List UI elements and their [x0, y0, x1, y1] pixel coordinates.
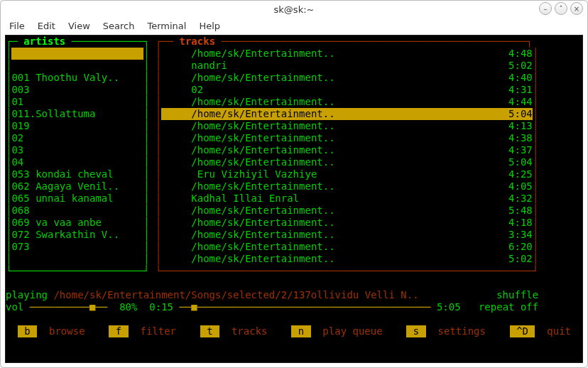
track-row[interactable]: 02 4:31 — [161, 84, 533, 96]
track-row-selected[interactable]: /home/sk/Entertainment.. 5:04 — [161, 108, 533, 120]
artists-panel-title: artists — [23, 36, 65, 48]
hotkey-quit[interactable]: ^D — [510, 325, 535, 337]
hotkey-label-browse: browse — [37, 325, 85, 337]
minimize-button[interactable]: – — [539, 2, 552, 15]
track-row[interactable]: nandri 5:02 — [161, 60, 533, 72]
track-row[interactable]: /home/sk/Entertainment.. 4:38 — [161, 132, 533, 144]
hotkey-tracks[interactable]: t — [200, 325, 219, 337]
track-row[interactable]: /home/sk/Entertainment.. 4:37 — [161, 144, 533, 156]
repeat-label: repeat off — [461, 301, 539, 313]
menubar: File Edit View Search Terminal Help — [1, 18, 587, 33]
menu-help[interactable]: Help — [199, 21, 220, 31]
menu-terminal[interactable]: Terminal — [147, 21, 186, 31]
artist-row[interactable]: 019 — [11, 120, 143, 132]
progress-slider[interactable]: ──■─────────────────────────────────────… — [179, 301, 430, 313]
close-button[interactable]: × — [570, 2, 583, 15]
artist-row-selected[interactable] — [11, 48, 143, 60]
track-row[interactable]: /home/sk/Entertainment.. 4:44 — [161, 96, 533, 108]
hotkey-label-settings: settings — [426, 325, 486, 337]
hotkey-filter[interactable]: f — [109, 325, 128, 337]
artist-row[interactable]: 068 — [11, 205, 143, 217]
track-row[interactable]: Kadhal Illai Enral 4:32 — [161, 193, 533, 205]
track-row[interactable]: /home/sk/Entertainment.. 5:04 — [161, 156, 533, 168]
artist-row[interactable]: 003 — [11, 84, 143, 96]
artist-row[interactable]: 065 unnai kanamal — [11, 193, 143, 205]
track-row[interactable]: /home/sk/Entertainment.. 5:48 — [161, 205, 533, 217]
artist-row[interactable] — [11, 60, 143, 72]
status-state: playing — [6, 289, 53, 301]
vol-label: vol — [6, 301, 30, 313]
track-row[interactable]: Eru Vizhiyil Vazhiye 4:25 — [161, 168, 533, 180]
shuffle-label: shuffle — [496, 289, 538, 301]
hotkey-browse[interactable]: b — [18, 325, 37, 337]
artist-row[interactable]: 02 — [11, 132, 143, 144]
volume-slider[interactable]: ──────────■── — [30, 301, 108, 313]
hotkey-label-quit: quit — [535, 325, 571, 337]
track-row[interactable]: /home/sk/Entertainment.. 4:40 — [161, 72, 533, 84]
tracks-panel-title: tracks — [179, 36, 215, 48]
hotkey-label-play-queue: play queue — [311, 325, 383, 337]
artist-row[interactable]: 062 Aagaya Venil.. — [11, 180, 143, 193]
track-row[interactable]: /home/sk/Entertainment.. 4:48 — [161, 48, 533, 60]
elapsed-time: 0:15 — [149, 301, 179, 313]
hotkey-play-queue[interactable]: n — [291, 325, 310, 337]
track-row[interactable]: /home/sk/Entertainment.. 4:18 — [161, 217, 533, 229]
menu-search[interactable]: Search — [103, 21, 135, 31]
hotkey-label-filter: filter — [129, 325, 176, 337]
vol-pct: 80% — [107, 301, 149, 313]
total-time: 5:05 — [430, 301, 460, 313]
hotkey-settings[interactable]: s — [406, 325, 425, 337]
artist-row[interactable]: 01 — [11, 96, 143, 108]
track-row[interactable]: /home/sk/Entertainment.. 4:13 — [161, 120, 533, 132]
hotkey-label-tracks: tracks — [219, 325, 267, 337]
titlebar: sk@sk:~ – ˄ × — [1, 1, 587, 18]
artist-row[interactable]: 001 Thoothu Valy.. — [11, 72, 143, 84]
menu-view[interactable]: View — [68, 21, 90, 31]
artist-row[interactable]: 011.Sollattuma — [11, 108, 143, 120]
artist-row[interactable]: 069 va vaa anbe — [11, 217, 143, 229]
track-row[interactable]: /home/sk/Entertainment.. 4:05 — [161, 180, 533, 193]
terminal[interactable]: ┌─ artists ────────────┐ ┌── tracks ────… — [5, 35, 583, 363]
window-title: sk@sk:~ — [274, 4, 315, 15]
track-row[interactable]: /home/sk/Entertainment.. 3:34 — [161, 229, 533, 241]
artist-row[interactable]: 053 kondai cheval — [11, 168, 143, 180]
menu-edit[interactable]: Edit — [38, 21, 55, 31]
maximize-button[interactable]: ˄ — [555, 2, 567, 15]
artist-row[interactable]: 073 — [11, 241, 143, 253]
artist-row[interactable]: 03 — [11, 144, 143, 156]
now-playing-path: /home/sk/Entertainment/Songs/selected/2/… — [53, 289, 418, 301]
artist-row[interactable]: 04 — [11, 156, 143, 168]
app-window: sk@sk:~ – ˄ × File Edit View Search Term… — [0, 0, 588, 368]
menu-file[interactable]: File — [9, 21, 25, 31]
track-row[interactable]: /home/sk/Entertainment.. 5:02 — [161, 253, 533, 265]
artist-row[interactable]: 072 Swarkathin V.. — [11, 229, 143, 241]
track-row[interactable]: /home/sk/Entertainment.. 6:20 — [161, 241, 533, 253]
